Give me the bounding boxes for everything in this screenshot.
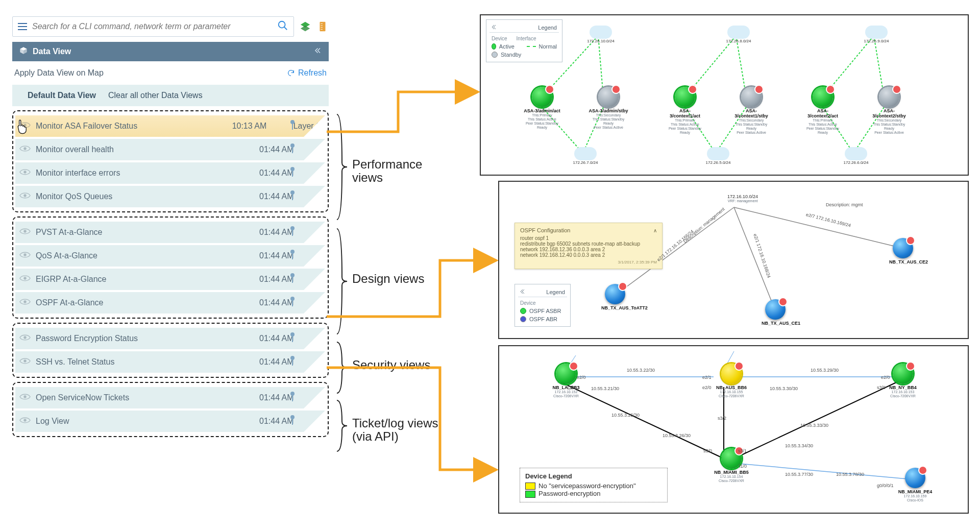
group-label: Performance views: [352, 158, 449, 185]
svg-point-24: [23, 230, 27, 233]
visibility-icon[interactable]: [19, 274, 31, 284]
data-view-row[interactable]: PVST At-a-Glance01:44 AM: [15, 222, 326, 243]
group-label: Security views: [352, 358, 449, 372]
visibility-icon[interactable]: [19, 333, 31, 344]
router-node[interactable]: NB_NY_BB4172.16.10.153Cisco-7206VXR: [880, 364, 926, 398]
data-view-row[interactable]: Monitor interface errors01:44 AM: [15, 162, 326, 184]
subnet-cloud[interactable]: 172.26.6.0/24: [842, 147, 870, 165]
topology-panel-design: OSPF Configuration∧ router ospf 1 redist…: [498, 181, 969, 339]
svg-point-16: [290, 143, 295, 148]
subnet-cloud[interactable]: 172.26.10.0/24: [587, 26, 615, 43]
group-label: Design views: [352, 272, 449, 285]
data-view-row[interactable]: Password Encryption Status01:44 AM: [15, 328, 326, 349]
pin-icon[interactable]: [289, 166, 296, 180]
data-view-row[interactable]: Monitor QoS Queues01:44 AM: [15, 186, 326, 207]
data-view-layer: Layer 1: [293, 122, 321, 131]
topology-panel-security: NB_LA_BB3172.16.10.152Cisco-7206VXRNB_AU…: [498, 345, 969, 514]
clear-all-link[interactable]: Clear all other Data Views: [108, 91, 203, 100]
pin-icon[interactable]: [289, 415, 296, 428]
router-node[interactable]: NB_MIAMI_PE4172.16.10.159Cisco-IOS: [892, 468, 938, 502]
pin-icon[interactable]: [289, 296, 296, 309]
pin-icon[interactable]: [289, 143, 296, 156]
pin-icon[interactable]: [289, 119, 296, 133]
router-node[interactable]: NB_LA_BB3172.16.10.152Cisco-7206VXR: [543, 364, 589, 398]
search-icon[interactable]: [277, 20, 288, 33]
svg-point-33: [23, 300, 27, 303]
router-node[interactable]: NB_TX_AUS_ToATT2: [601, 284, 629, 310]
ruler-icon[interactable]: [316, 20, 329, 33]
svg-point-18: [23, 171, 27, 174]
visibility-icon[interactable]: [19, 357, 31, 367]
svg-point-22: [290, 190, 295, 195]
pin-icon[interactable]: [289, 190, 296, 203]
data-view-name: EIGRP At-a-Glance: [36, 275, 259, 284]
subnet-cloud[interactable]: 172.26.8.0/24: [725, 26, 752, 43]
data-view-row[interactable]: Open ServiceNow Tickets01:44 AM: [15, 387, 326, 408]
svg-point-28: [290, 250, 295, 254]
svg-point-27: [23, 253, 27, 256]
pin-icon[interactable]: [289, 391, 296, 404]
pin-icon[interactable]: [289, 249, 296, 262]
default-data-view-row[interactable]: Default Data View Clear all other Data V…: [12, 85, 329, 106]
svg-point-0: [279, 21, 285, 28]
svg-line-68: [739, 464, 908, 479]
visibility-icon[interactable]: [19, 191, 31, 202]
data-view-row[interactable]: Monitor overall health01:44 AM: [15, 139, 326, 160]
asa-active-node[interactable]: ASA-3/admin/actThis:PrimaryThis Status:A…: [522, 87, 562, 130]
svg-point-46: [290, 415, 295, 419]
data-view-row[interactable]: QoS At-a-Glance01:44 AM: [15, 245, 326, 267]
layers-icon[interactable]: [299, 20, 311, 33]
subnet-cloud[interactable]: 172.26.9.0/24: [863, 26, 890, 43]
tooltip-collapse-icon[interactable]: ∧: [653, 228, 657, 233]
data-view-row[interactable]: OSPF At-a-Glance01:44 AM: [15, 292, 326, 314]
svg-point-34: [290, 297, 295, 301]
svg-point-39: [23, 359, 27, 363]
svg-rect-20: [292, 171, 293, 177]
asa-standby-node[interactable]: ASA-3/context2/stbyThis:SecondaryThis St…: [869, 87, 910, 135]
asa-standby-node[interactable]: ASA-3/context1/stbyThis:SecondaryThis St…: [731, 87, 772, 135]
refresh-button[interactable]: Refresh: [287, 68, 327, 78]
visibility-icon[interactable]: [19, 393, 31, 403]
visibility-icon[interactable]: [19, 144, 31, 155]
svg-rect-26: [292, 230, 293, 236]
visibility-icon[interactable]: [19, 227, 31, 237]
svg-point-40: [290, 356, 295, 360]
center-node[interactable]: 172.16.10.0/24 VRF: management: [720, 194, 766, 203]
pin-icon[interactable]: [289, 355, 296, 369]
edge-label: 10.55.3.30/30: [770, 386, 798, 391]
visibility-icon[interactable]: [19, 416, 31, 426]
cursor-hand-icon: [15, 118, 30, 137]
router-node[interactable]: NB_MIAMI_BB5172.16.10.154Cisco-7206VXR: [708, 448, 754, 483]
edge-label: g0/0/0/1: [877, 483, 894, 488]
asa-standby-node[interactable]: ASA-3/admin/stbyThis:SecondaryThis Statu…: [588, 87, 629, 130]
subnet-cloud[interactable]: 172.26.5.0/24: [704, 147, 732, 165]
router-node[interactable]: NB_TX_AUS_CE2: [889, 238, 917, 264]
data-view-row[interactable]: Monitor ASA Failover Status10:13 AMLayer…: [15, 115, 326, 137]
pin-icon[interactable]: [289, 332, 296, 345]
apply-label: Apply Data View on Map: [14, 68, 104, 78]
visibility-icon[interactable]: [19, 251, 31, 261]
router-node[interactable]: NB_TX_AUS_CE1: [762, 299, 789, 326]
svg-point-19: [290, 167, 295, 171]
data-view-row[interactable]: SSH vs. Telnet Status01:44 AM: [15, 351, 326, 373]
pin-icon[interactable]: [289, 273, 296, 286]
collapse-icon[interactable]: [312, 46, 322, 57]
data-view-name: QoS At-a-Glance: [36, 251, 259, 260]
visibility-icon[interactable]: [19, 298, 31, 308]
asa-active-node[interactable]: ASA-3/context1/actThis:PrimaryThis Statu…: [665, 87, 705, 135]
data-view-name: SSH vs. Telnet Status: [36, 357, 259, 367]
pin-icon[interactable]: [289, 226, 296, 239]
asa-active-node[interactable]: ASA-3/context2/actThis:PrimaryThis Statu…: [802, 87, 843, 135]
edge-label: 10.55.3.21/30: [591, 386, 619, 391]
router-node[interactable]: NB_AUS_BB6172.16.10.155Cisco-7206VXR: [708, 364, 754, 398]
data-view-row[interactable]: Log View01:44 AM: [15, 411, 326, 432]
panel-title: Data View: [33, 47, 71, 56]
visibility-icon[interactable]: [19, 168, 31, 178]
search-input[interactable]: [32, 22, 277, 31]
svg-point-37: [290, 332, 295, 336]
search-box[interactable]: [12, 16, 294, 37]
subnet-cloud[interactable]: 172.26.7.0/24: [572, 147, 599, 165]
data-view-row[interactable]: EIGRP At-a-Glance01:44 AM: [15, 269, 326, 290]
hamburger-icon[interactable]: [18, 23, 27, 30]
legend-collapse-icon[interactable]: [520, 288, 526, 296]
